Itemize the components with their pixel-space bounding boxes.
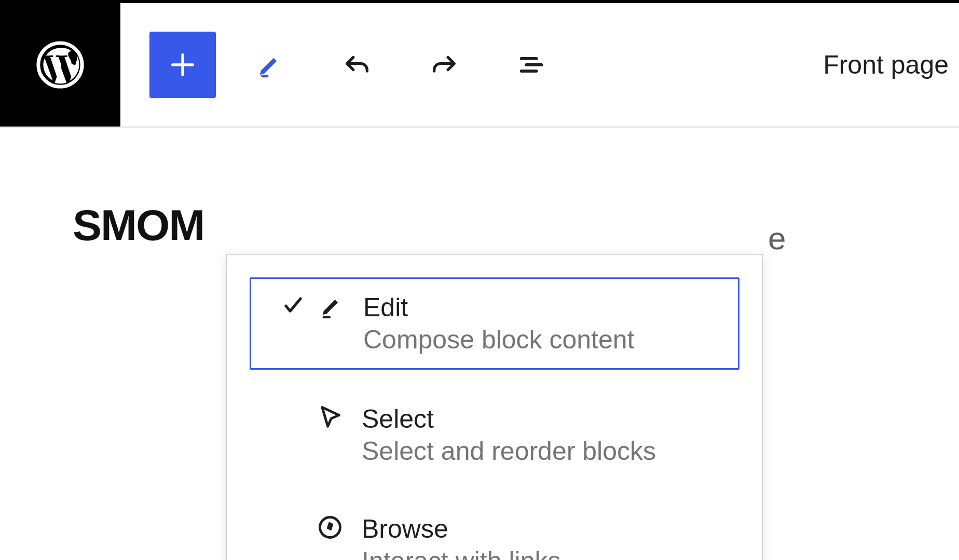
plus-icon (168, 50, 198, 80)
tools-dropdown: Edit Compose block content Select Select… (226, 254, 763, 560)
tools-button[interactable] (237, 32, 303, 98)
editor-header: Front page (0, 3, 959, 128)
dropdown-item-select[interactable]: Select Select and reorder blocks (250, 390, 739, 480)
editor-canvas: SMOM e Welcom Edit Compose block content (0, 128, 959, 250)
dropdown-item-desc: Interact with links (362, 546, 560, 560)
wordpress-icon (36, 41, 84, 89)
nav-text-fragment: e (768, 220, 786, 257)
add-block-button[interactable] (149, 32, 216, 98)
dropdown-item-edit[interactable]: Edit Compose block content (250, 277, 739, 370)
redo-icon (429, 50, 459, 80)
compass-icon (311, 514, 349, 541)
site-title[interactable]: SMOM (73, 200, 959, 250)
edit-icon (312, 292, 351, 319)
dropdown-item-desc: Select and reorder blocks (362, 436, 656, 466)
toolbar (120, 32, 565, 98)
list-view-icon (516, 50, 546, 80)
checkmark-icon (274, 292, 312, 317)
wordpress-logo-button[interactable] (0, 3, 120, 127)
cursor-icon (311, 404, 349, 431)
edit-icon (255, 50, 285, 80)
undo-button[interactable] (324, 32, 390, 98)
dropdown-item-title: Browse (362, 514, 560, 544)
dropdown-item-title: Edit (363, 292, 635, 323)
dropdown-item-title: Select (362, 404, 656, 434)
redo-button[interactable] (411, 32, 477, 98)
document-title[interactable]: Front page (823, 50, 959, 80)
undo-icon (342, 50, 372, 80)
document-overview-button[interactable] (498, 32, 565, 98)
dropdown-item-desc: Compose block content (363, 325, 635, 355)
dropdown-item-browse[interactable]: Browse Interact with links (250, 500, 739, 560)
